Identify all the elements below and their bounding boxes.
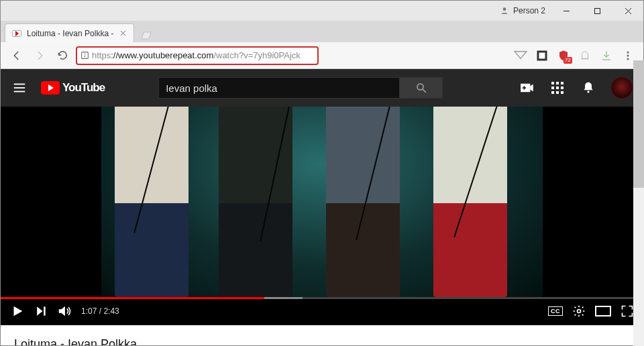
browser-tabstrip: Loituma - Ievan Polkka - <box>1 21 643 42</box>
youtube-logo[interactable]: YouTube <box>41 81 105 95</box>
youtube-favicon-icon <box>12 29 21 38</box>
tab-close-button[interactable] <box>119 30 127 38</box>
svg-rect-33 <box>44 306 46 315</box>
upload-button[interactable] <box>519 80 535 96</box>
send-to-device-icon[interactable] <box>512 47 529 64</box>
window-titlebar: Person 2 <box>1 1 643 21</box>
svg-point-34 <box>578 310 581 313</box>
browser-toolbar: https://www.youtuberepeat.com/watch?v=7y… <box>1 42 643 69</box>
fullscreen-button[interactable] <box>621 304 634 318</box>
svg-rect-28 <box>561 86 564 89</box>
progress-buffered <box>264 297 303 299</box>
svg-point-0 <box>503 7 506 11</box>
svg-rect-31 <box>561 91 564 94</box>
video-player[interactable]: 1:07 / 2:43 CC <box>1 107 643 325</box>
youtube-masthead: YouTube <box>1 69 643 107</box>
apps-button[interactable] <box>549 80 566 96</box>
svg-point-14 <box>627 58 629 60</box>
svg-line-19 <box>423 89 426 93</box>
theater-mode-button[interactable] <box>595 306 611 316</box>
svg-rect-25 <box>561 82 564 84</box>
svg-rect-30 <box>556 91 559 94</box>
volume-button[interactable] <box>57 304 72 319</box>
notifications-button[interactable] <box>580 80 596 96</box>
next-button[interactable] <box>34 304 48 318</box>
guide-menu-button[interactable] <box>11 80 28 96</box>
page-scrollbar[interactable] <box>633 60 644 346</box>
profile-label: Person 2 <box>513 6 545 15</box>
progress-bar[interactable] <box>1 297 643 299</box>
forward-button[interactable] <box>30 46 49 65</box>
video-title: Loituma - Ievan Polkka <box>14 337 630 346</box>
window-minimize-button[interactable] <box>551 1 582 21</box>
site-info-icon[interactable] <box>77 51 92 60</box>
profile-indicator[interactable]: Person 2 <box>500 6 545 15</box>
window-maximize-button[interactable] <box>582 1 612 21</box>
svg-rect-29 <box>551 91 554 94</box>
account-avatar[interactable] <box>611 77 633 99</box>
url-text: https://www.youtuberepeat.com/watch?v=7y… <box>92 50 301 60</box>
svg-point-13 <box>627 54 629 56</box>
search-button[interactable] <box>400 77 443 99</box>
search-icon <box>415 82 427 94</box>
scroll-thumb[interactable] <box>633 60 644 188</box>
back-button[interactable] <box>7 46 26 65</box>
settings-button[interactable] <box>572 304 586 318</box>
svg-rect-27 <box>556 86 559 89</box>
svg-rect-11 <box>539 52 545 58</box>
player-controls: 1:07 / 2:43 CC <box>1 297 643 325</box>
youtube-play-icon <box>41 81 60 95</box>
person-icon <box>500 6 509 15</box>
extension-blocker-icon[interactable] <box>533 47 551 64</box>
reload-button[interactable] <box>53 46 72 65</box>
captions-button[interactable]: CC <box>548 306 563 316</box>
play-button[interactable] <box>10 304 25 319</box>
extension-shield-icon[interactable]: 72 <box>555 47 572 64</box>
window-close-button[interactable] <box>612 1 643 21</box>
search-input[interactable] <box>158 77 400 99</box>
extension-download-icon[interactable] <box>598 47 615 64</box>
svg-point-18 <box>417 84 423 90</box>
address-bar[interactable]: https://www.youtuberepeat.com/watch?v=7y… <box>76 46 319 65</box>
browser-tab[interactable]: Loituma - Ievan Polkka - <box>5 23 134 42</box>
video-frame <box>101 107 543 297</box>
svg-rect-35 <box>596 306 610 316</box>
svg-rect-2 <box>594 8 600 13</box>
video-info: Loituma - Ievan Polkka <box>1 325 643 346</box>
search-form <box>158 77 443 99</box>
tab-title: Loituma - Ievan Polkka - <box>27 29 113 38</box>
svg-rect-24 <box>556 82 559 84</box>
youtube-logo-text: YouTube <box>62 81 105 95</box>
svg-rect-26 <box>551 86 554 89</box>
extension-badge: 72 <box>564 57 572 64</box>
progress-played <box>1 297 264 299</box>
svg-point-32 <box>587 91 589 93</box>
svg-point-12 <box>627 51 629 53</box>
new-tab-button[interactable] <box>138 29 154 42</box>
extension-ghost-icon[interactable] <box>576 47 594 64</box>
time-display: 1:07 / 2:43 <box>81 306 119 316</box>
svg-rect-23 <box>551 82 554 84</box>
svg-rect-22 <box>523 87 526 89</box>
